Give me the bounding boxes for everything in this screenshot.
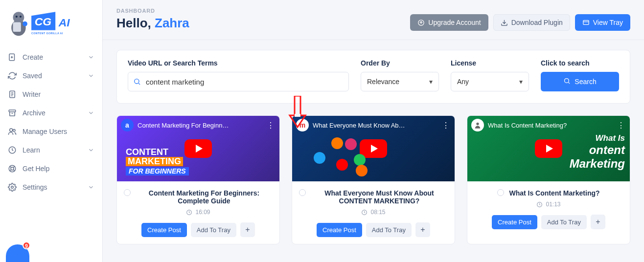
svg-line-23 [10, 166, 11, 168]
svg-point-22 [11, 167, 14, 170]
yt-bar: What Is Content Marketing? ⋮ [467, 116, 630, 134]
view-tray-label: View Tray [593, 19, 623, 26]
field-label: License [451, 59, 529, 67]
breadcrumb: DASHBOARD [116, 8, 189, 14]
upgrade-button[interactable]: Upgrade Account [410, 14, 488, 31]
duration-value: 01:13 [546, 201, 560, 208]
video-thumbnail[interactable]: m What Everyone Must Know Ab… ⋮ [292, 116, 455, 181]
select-checkbox[interactable] [299, 189, 306, 196]
thumbnail-overlay-text: What Is ontent Marketing [570, 133, 625, 171]
channel-avatar [471, 119, 484, 131]
greeting: Hello, Zahra [116, 16, 189, 31]
yt-title: What Is Content Marketing? [488, 122, 567, 129]
card-body: What Everyone Must Know About CONTENT MA… [292, 181, 455, 244]
add-to-tray-button[interactable]: Add To Tray [366, 223, 412, 237]
svg-point-19 [13, 130, 16, 132]
yt-bar: m What Everyone Must Know Ab… ⋮ [292, 116, 455, 134]
caret-down-icon: ▾ [429, 78, 433, 86]
view-tray-button[interactable]: View Tray [575, 14, 630, 31]
chat-widget[interactable]: 9 [6, 244, 29, 262]
field-click-search: Click to search Search [541, 59, 619, 91]
svg-line-36 [569, 82, 570, 84]
sidebar-item-create[interactable]: Create [5, 49, 97, 66]
results-row: a Content Marketing For Beginn… ⋮ CONTEN… [116, 115, 630, 244]
sidebar-item-label: Archive [23, 109, 82, 117]
channel-avatar: a [121, 119, 134, 131]
search-input-wrap[interactable] [128, 72, 349, 91]
svg-point-1 [13, 12, 24, 23]
thumbnail-overlay-text: CONTENT MARKETING FOR BEGINNERS [126, 148, 189, 175]
clock-icon [361, 209, 368, 216]
create-post-button[interactable]: Create Post [141, 223, 187, 237]
chevron-down-icon [88, 184, 94, 191]
sidebar-item-manage-users[interactable]: Manage Users [5, 123, 97, 140]
svg-point-3 [19, 16, 21, 18]
video-card: What Is Content Marketing? ⋮ What Is ont… [467, 115, 630, 244]
svg-rect-16 [9, 110, 16, 112]
play-icon[interactable] [535, 139, 562, 158]
sidebar-item-writer[interactable]: Writer [5, 86, 97, 103]
download-icon [501, 19, 508, 26]
svg-text:AI: AI [58, 16, 70, 29]
license-select[interactable]: Any ▾ [451, 72, 529, 91]
video-thumbnail[interactable]: What Is Content Marketing? ⋮ What Is ont… [467, 116, 630, 181]
svg-point-27 [11, 186, 14, 189]
svg-line-25 [10, 170, 11, 171]
add-to-tray-button[interactable]: Add To Tray [191, 223, 236, 237]
sidebar-item-label: Writer [23, 90, 94, 98]
search-button[interactable]: Search [541, 72, 619, 91]
sidebar-item-get-help[interactable]: Get Help [5, 160, 97, 177]
create-post-button[interactable]: Create Post [492, 215, 537, 229]
sidebar-item-archive[interactable]: Archive [5, 105, 97, 121]
sidebar-item-learn[interactable]: Learn [5, 142, 97, 158]
plus-button[interactable]: + [591, 215, 605, 229]
svg-point-18 [10, 129, 13, 131]
yt-title: What Everyone Must Know Ab… [313, 122, 405, 129]
duration: 08:15 [361, 209, 385, 216]
chevron-down-icon [88, 147, 94, 153]
field-label: Video URL or Search Terms [128, 59, 349, 67]
duration-value: 08:15 [370, 209, 385, 216]
plus-button[interactable]: + [415, 222, 430, 237]
main: DASHBOARD Hello, Zahra Upgrade Account D… [103, 0, 644, 262]
svg-text:CG: CG [34, 15, 51, 28]
logo[interactable]: CG AI CONTENT GORILLA AI [0, 5, 102, 45]
card-title: What Is Content Marketing? [509, 189, 599, 197]
chevron-down-icon [88, 72, 94, 79]
video-thumbnail[interactable]: a Content Marketing For Beginn… ⋮ CONTEN… [117, 116, 279, 181]
chevron-down-icon [88, 54, 94, 61]
yt-title: Content Marketing For Beginn… [138, 122, 229, 129]
select-checkbox[interactable] [497, 189, 504, 196]
topbar: DASHBOARD Hello, Zahra Upgrade Account D… [103, 0, 644, 40]
svg-rect-4 [13, 22, 21, 32]
field-video-url: Video URL or Search Terms [128, 59, 349, 91]
svg-point-2 [15, 16, 17, 18]
sidebar-item-label: Settings [23, 183, 82, 191]
field-license: License Any ▾ [451, 59, 529, 91]
sidebar-item-saved[interactable]: Saved [5, 67, 97, 84]
svg-point-42 [476, 123, 479, 125]
search-panel: Video URL or Search Terms Order By Relev… [116, 50, 630, 104]
kebab-icon[interactable]: ⋮ [266, 121, 276, 130]
duration-value: 16:09 [195, 209, 210, 216]
kebab-icon[interactable]: ⋮ [441, 121, 451, 130]
card-body: What Is Content Marketing? 01:13 Create … [467, 181, 630, 236]
kebab-icon[interactable]: ⋮ [616, 121, 626, 130]
svg-line-26 [13, 170, 15, 171]
upgrade-icon [417, 19, 425, 26]
sidebar-nav: Create Saved Writer Archive Manage Users… [0, 45, 102, 199]
chevron-down-icon [88, 109, 94, 116]
search-input[interactable] [146, 78, 344, 86]
download-plugin-button[interactable]: Download Plugin [493, 14, 570, 31]
select-checkbox[interactable] [124, 189, 131, 196]
plus-button[interactable]: + [240, 222, 255, 237]
gear-icon [8, 183, 17, 192]
add-to-tray-button[interactable]: Add To Tray [541, 215, 587, 229]
create-post-button[interactable]: Create Post [317, 223, 362, 237]
svg-text:CONTENT GORILLA AI: CONTENT GORILLA AI [31, 32, 63, 35]
order-by-select[interactable]: Relevance ▾ [361, 72, 439, 91]
svg-point-33 [135, 79, 139, 84]
duration: 01:13 [536, 201, 560, 208]
sidebar-item-settings[interactable]: Settings [5, 179, 97, 196]
field-order-by: Order By Relevance ▾ [361, 59, 439, 91]
